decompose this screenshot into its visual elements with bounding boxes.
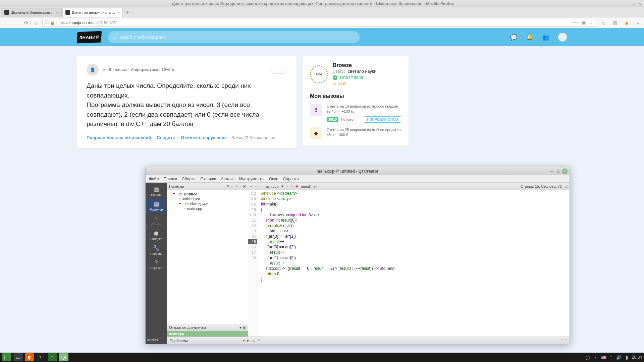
mode-projects[interactable]: 🔧Проекты <box>146 243 166 257</box>
tab-close-icon[interactable]: × <box>56 10 59 15</box>
window-maximize-icon[interactable]: ▢ <box>631 1 635 6</box>
tree-sources[interactable]: ▾🗀 Исходники <box>167 201 248 206</box>
collapse-icon[interactable]: ˇ <box>566 339 567 343</box>
files-app-icon[interactable]: 🗀 <box>48 353 57 361</box>
fire-icon[interactable]: ▲ <box>623 19 631 27</box>
editor-position[interactable]: Строка: 15, Столбец: 72 <box>521 184 562 188</box>
qtcreator-app-icon[interactable]: Qt <box>59 353 68 361</box>
qt-close-icon[interactable]: × <box>562 169 568 174</box>
window-close-icon[interactable]: ✕ <box>637 1 642 6</box>
site-logo[interactable]: ЗНАНИЯ <box>77 31 102 43</box>
challenge-item: ⠿ Ответь на 10 вопросов из любого предме… <box>310 104 401 123</box>
next-issue-icon[interactable]: ▸ <box>247 338 249 343</box>
split-icon[interactable]: ▫ <box>239 184 241 188</box>
chat-icon[interactable]: 💬 <box>510 34 517 41</box>
menu-tools[interactable]: Инструменты <box>239 177 264 181</box>
expand-icon[interactable]: ▾ <box>173 192 178 196</box>
qt-titlebar[interactable]: main.cpp @ untitled - Qt Creator — ◻ × <box>146 167 570 175</box>
nav-forward-icon[interactable]: ▸ <box>255 184 257 188</box>
firefox-app-icon[interactable]: ◐ <box>25 353 34 361</box>
clock[interactable]: 20:34 <box>632 355 642 360</box>
reader-icon[interactable]: ▣ <box>582 20 586 25</box>
nav-reload-icon[interactable]: ⟳ <box>22 19 30 27</box>
bookmark-icon[interactable]: ◆ <box>296 184 298 188</box>
chevron-down-icon[interactable]: ▾ <box>227 184 229 188</box>
filter-icon[interactable]: ▿ <box>231 184 233 188</box>
open-doc-item[interactable]: main.cpp <box>167 331 248 337</box>
mode-editor[interactable]: ▤Редактор <box>146 199 166 213</box>
shield-icon[interactable]: ◯ <box>585 355 590 360</box>
try-again-button[interactable]: ПОПРОБУЙ СНОВ <box>364 116 401 123</box>
mode-welcome[interactable]: ▦Начало <box>146 184 166 198</box>
menu-debug[interactable]: Отладка <box>200 177 216 181</box>
close-pane-icon[interactable]: ▣ <box>243 326 246 329</box>
link-icon[interactable]: ⟲ <box>235 184 237 188</box>
browser-tab-active[interactable]: Даны три целых числа. Оп × <box>62 8 123 17</box>
menu-window[interactable]: Окно <box>269 177 278 181</box>
sidebar-icon[interactable]: ▥ <box>611 19 619 27</box>
nav-forward-icon[interactable]: → <box>12 19 20 27</box>
menu-analyze[interactable]: Анализ <box>221 177 235 181</box>
people-icon[interactable]: 👥 <box>542 34 549 41</box>
nav-home-icon[interactable]: ⌂ <box>32 19 40 27</box>
menu-help[interactable]: Справка <box>283 177 299 181</box>
expand-icon[interactable]: ▾ <box>179 201 184 206</box>
ask-more-link[interactable]: Попроси больше объяснений <box>87 135 151 140</box>
qt-minimize-icon[interactable]: — <box>549 169 554 174</box>
bluetooth-icon[interactable]: ᛒ <box>594 355 597 360</box>
user-name[interactable]: Browze <box>333 62 376 68</box>
mode-help[interactable]: ?Справка <box>146 258 166 272</box>
editor-symbol[interactable]: main(): int <box>301 184 317 188</box>
report-link[interactable]: Отметить нарушение <box>181 135 227 140</box>
nav-back-icon[interactable]: ◂ <box>250 184 252 188</box>
dropdown-icon[interactable]: ▾ <box>281 184 283 188</box>
split-editor-icon[interactable]: ⊞ <box>565 184 568 188</box>
search-input[interactable]: ⌕ Какой у тебя вопрос? <box>108 31 360 43</box>
menu-build[interactable]: Сборка <box>182 177 196 181</box>
qt-maximize-icon[interactable]: ◻ <box>555 169 561 174</box>
wifi-icon[interactable]: ◝ <box>610 355 612 360</box>
show-desktop-icon[interactable]: ▭ <box>13 353 23 361</box>
prev-question-button[interactable]: ‹ <box>271 66 279 74</box>
prev-issue-icon[interactable]: ◂ <box>243 338 245 343</box>
kit-selector[interactable]: untitled <box>146 336 167 344</box>
nav-back-icon[interactable]: ← <box>2 19 10 27</box>
terminal-app-icon[interactable]: $_ <box>36 353 46 361</box>
hamburger-icon[interactable]: ≡ <box>634 19 642 27</box>
bookmark-icon[interactable]: ☆ <box>589 20 593 25</box>
problems-pane[interactable]: Проблемы ◂ ▸ ▲ ▿ ˆ ˇ <box>167 337 570 344</box>
menu-edit[interactable]: Правка <box>164 177 177 181</box>
menu-file[interactable]: Файл <box>149 177 159 181</box>
start-menu-button[interactable]: ⋮⋮ <box>2 353 11 361</box>
warning-icon[interactable]: ▲ <box>252 339 256 343</box>
tree-main-cpp[interactable]: ▫ main.cpp <box>167 206 248 211</box>
next-question-button[interactable]: › <box>279 66 287 74</box>
line-gutter: 1 2 3 4 5 6 7 8 9 10 11 12 13 14 1516 17… <box>248 190 258 337</box>
avatar[interactable] <box>558 33 567 42</box>
page-actions-icon[interactable]: ••• <box>572 20 579 25</box>
close-doc-icon[interactable]: × <box>286 184 288 188</box>
expand-icon[interactable]: ˆ <box>562 339 563 343</box>
tab-close-icon[interactable]: × <box>117 10 120 15</box>
tree-pro-file[interactable]: ▫ untitled.pro <box>167 196 248 201</box>
url-input[interactable]: ⓘ 🔒 https://znanija.com/task/31509722 ••… <box>42 19 595 27</box>
author-avatar[interactable]: 👤 <box>87 64 99 76</box>
window-minimize-icon[interactable]: — <box>624 1 629 6</box>
projects-pane: Проекты▾ ▿ ⟲ ▫ ▣ ▾🗀 untitled ▫ untitled.… <box>167 183 248 337</box>
bell-icon[interactable]: 🔔 <box>526 34 533 41</box>
tree-project[interactable]: ▾🗀 untitled <box>167 191 248 196</box>
battery-icon[interactable]: ▮ <box>626 355 628 360</box>
code-editor[interactable]: 1 2 3 4 5 6 7 8 9 10 11 12 13 14 1516 17… <box>248 190 570 337</box>
browser-tab[interactable]: Школьные Знания.com - Ре × <box>1 8 62 17</box>
source-code[interactable]: #include <iostream> #include <array> int… <box>258 190 570 337</box>
follow-link[interactable]: Следить <box>157 135 175 140</box>
browser-tabstrip: Школьные Знания.com - Ре × Даны три целы… <box>0 7 644 17</box>
filter-icon[interactable]: ▿ <box>258 338 260 343</box>
editor-file[interactable]: main.cpp <box>264 184 279 188</box>
library-icon[interactable]: ⎋ <box>600 19 608 27</box>
flag-icon[interactable]: 🇺🇸 <box>601 355 606 360</box>
mode-debug[interactable]: ⬢Отладка <box>146 228 166 242</box>
collapse-icon[interactable]: ▣ <box>243 184 246 188</box>
new-tab-button[interactable]: + <box>123 9 131 15</box>
volume-icon[interactable]: 🔊 <box>616 355 622 360</box>
